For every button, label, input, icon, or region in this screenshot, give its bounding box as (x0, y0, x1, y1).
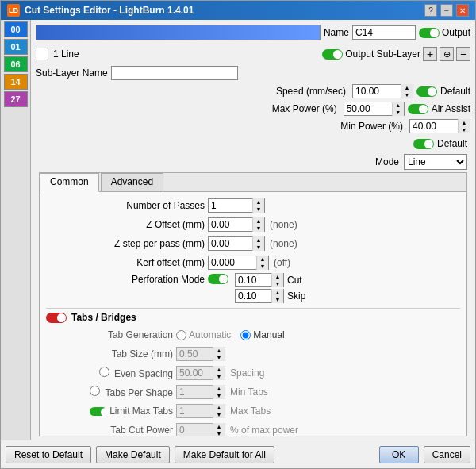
automatic-label: Automatic (189, 329, 231, 340)
zstep-down[interactable]: ▼ (253, 244, 264, 251)
layer-item-14[interactable]: 14 (4, 74, 28, 90)
tabcut-down[interactable]: ▼ (213, 430, 225, 436)
tabsper-extra: Min Tabs (230, 386, 268, 398)
tabcut-spinner: ▲ ▼ (213, 423, 225, 436)
kerf-input[interactable] (209, 257, 256, 268)
cut-down[interactable]: ▼ (272, 280, 283, 287)
sublayer-input[interactable] (111, 66, 238, 80)
tab-advanced[interactable]: Advanced (101, 173, 163, 191)
line-checkbox[interactable] (36, 48, 48, 60)
default-toggle[interactable] (413, 139, 434, 149)
tabsper-down[interactable]: ▼ (213, 392, 225, 399)
automatic-radio[interactable] (176, 330, 186, 340)
layer-item-01[interactable]: 01 (4, 39, 28, 55)
kerf-up[interactable]: ▲ (257, 256, 268, 263)
limittabs-toggle[interactable] (90, 407, 107, 416)
tabsper-up[interactable]: ▲ (213, 385, 225, 392)
evenspacing-label: Even Spacing (54, 367, 173, 379)
evenspacing-input-wrap: ▲ ▼ (176, 366, 225, 380)
kerf-down[interactable]: ▼ (257, 263, 268, 270)
minpower-up[interactable]: ▲ (459, 119, 470, 126)
maxpower-toggle[interactable] (408, 104, 428, 114)
tabs-bridges-toggle[interactable] (46, 313, 67, 323)
minpower-down[interactable]: ▼ (459, 126, 470, 133)
maxpower-down[interactable]: ▼ (393, 109, 404, 116)
output-toggle[interactable] (419, 28, 440, 38)
make-default-button[interactable]: Make Default (96, 446, 170, 463)
remove-sublayer-button[interactable]: − (456, 47, 470, 61)
manual-radio[interactable] (240, 330, 251, 340)
zoffset-input[interactable] (209, 219, 252, 230)
tabsize-input[interactable] (177, 348, 213, 359)
tabs-bridges-form: Tab Generation Automatic Manual (46, 326, 460, 436)
minimize-button[interactable]: − (440, 4, 453, 17)
cut-up[interactable]: ▲ (272, 273, 283, 280)
evenspacing-radio[interactable] (99, 367, 109, 377)
output-sublayer-toggle[interactable] (322, 49, 343, 60)
skip-input[interactable] (236, 290, 271, 302)
tabsper-input-wrap: ▲ ▼ (176, 385, 225, 399)
app-icon: LB (7, 4, 20, 17)
zstep-up[interactable]: ▲ (253, 236, 264, 244)
evenspacing-input[interactable] (177, 367, 213, 379)
tabcut-input[interactable] (177, 425, 213, 436)
limittabs-up[interactable]: ▲ (213, 404, 225, 411)
skip-up[interactable]: ▲ (272, 289, 283, 296)
make-default-for-all-button[interactable]: Make Default for All (175, 446, 274, 463)
mode-select[interactable]: Line Fill Fill+Line Offset Fill (404, 154, 467, 170)
speed-down[interactable]: ▼ (401, 91, 413, 98)
minpower-row: Min Power (%) ▲ ▼ (36, 118, 470, 134)
limittabs-extra: Max Tabs (230, 406, 271, 417)
zoffset-up[interactable]: ▲ (253, 217, 264, 225)
manual-label: Manual (253, 329, 284, 340)
layer-item-06[interactable]: 06 (4, 56, 28, 72)
passes-up[interactable]: ▲ (253, 198, 264, 206)
passes-input[interactable] (209, 200, 252, 211)
tabsper-input[interactable] (177, 386, 213, 398)
zoffset-down[interactable]: ▼ (253, 225, 264, 232)
ok-button[interactable]: OK (379, 446, 419, 463)
add-sublayer-button[interactable]: + (423, 47, 437, 61)
speed-toggle[interactable] (416, 86, 437, 97)
zstep-input[interactable] (209, 238, 252, 249)
zoffset-label: Z Offset (mm) (46, 219, 205, 230)
automatic-radio-label[interactable]: Automatic (176, 329, 231, 340)
perf-toggle[interactable] (208, 274, 228, 284)
skip-down[interactable]: ▼ (272, 296, 283, 303)
zoffset-row: Z Offset (mm) ▲ ▼ (none) (46, 216, 460, 233)
help-button[interactable]: ? (424, 4, 437, 17)
reset-to-default-button[interactable]: Reset to Default (6, 446, 91, 463)
passes-label: Number of Passes (46, 200, 205, 211)
perf-inputs: ▲ ▼ Cut ▲ (232, 273, 305, 303)
tabsize-row: Tab Size (mm) ▲ ▼ (54, 345, 460, 363)
evenspacing-down[interactable]: ▼ (213, 373, 225, 380)
speed-input[interactable] (353, 86, 401, 97)
tabsper-radio[interactable] (90, 386, 100, 396)
maxpower-up[interactable]: ▲ (393, 102, 404, 109)
tabsize-down[interactable]: ▼ (213, 354, 225, 361)
kerf-label: Kerf offset (mm) (46, 257, 205, 268)
tab-content-common: Number of Passes ▲ ▼ Z Offset (mm) (40, 192, 466, 436)
copy-sublayer-button[interactable]: ⊕ (440, 47, 454, 61)
layer-item-00[interactable]: 00 (4, 21, 28, 37)
tabcut-up[interactable]: ▲ (213, 423, 225, 430)
maxpower-input[interactable] (344, 103, 392, 114)
minpower-input[interactable] (410, 121, 458, 132)
skip-row: ▲ ▼ Skip (232, 289, 305, 303)
tab-common[interactable]: Common (40, 173, 99, 192)
cut-input[interactable] (236, 275, 271, 286)
close-button[interactable]: ✕ (456, 4, 469, 17)
speed-up[interactable]: ▲ (401, 84, 413, 91)
name-label: Name (324, 27, 349, 38)
color-bar[interactable] (36, 25, 321, 40)
limittabs-down[interactable]: ▼ (213, 411, 225, 418)
cancel-button[interactable]: Cancel (424, 446, 470, 463)
limittabs-input[interactable] (177, 406, 213, 417)
evenspacing-up[interactable]: ▲ (213, 366, 225, 373)
manual-radio-label[interactable]: Manual (240, 329, 284, 340)
name-input[interactable] (352, 25, 416, 40)
passes-down[interactable]: ▼ (253, 206, 264, 213)
layer-item-27[interactable]: 27 (4, 91, 28, 107)
tabsize-up[interactable]: ▲ (213, 347, 225, 354)
speed-extra: Default (440, 86, 470, 97)
